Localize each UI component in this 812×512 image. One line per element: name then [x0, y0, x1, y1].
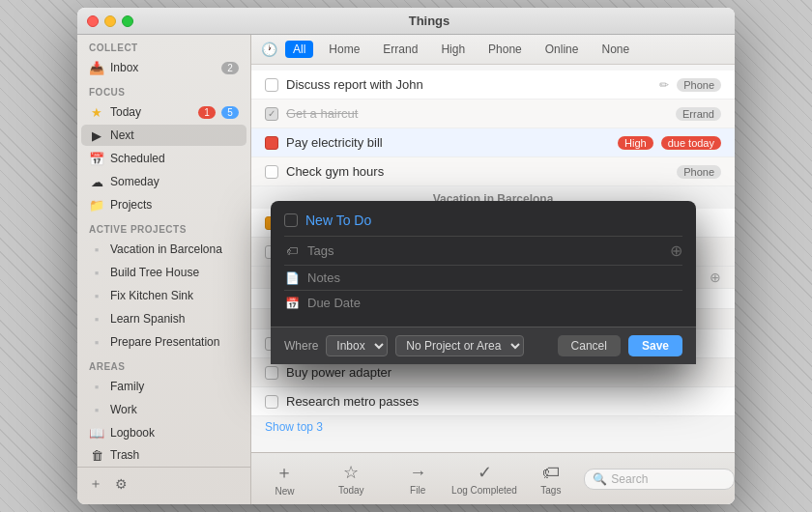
search-icon: 🔍 — [593, 472, 607, 486]
sidebar-item-logbook[interactable]: 📖 Logbook — [81, 422, 246, 443]
settings-button[interactable]: ⚙ — [110, 473, 131, 495]
maximize-button[interactable] — [122, 15, 133, 27]
sidebar-item-vacation[interactable]: ▪ Vacation in Barcelona — [81, 239, 246, 260]
show-more-link[interactable]: Show top 3 — [251, 416, 735, 438]
new-todo-overlay: 🏷 Tags ⊕ 📄 Notes 📅 Due Date Where Inbox … — [271, 201, 696, 364]
filter-all[interactable]: All — [285, 41, 313, 58]
table-row[interactable]: Research metro passes — [251, 387, 735, 416]
learn-spanish-label: Learn Spanish — [110, 312, 239, 326]
search-box[interactable]: 🔍 Search — [584, 469, 735, 490]
overlay-notes-icon: 📄 — [284, 271, 300, 285]
task-tag-high: High — [618, 136, 653, 150]
sidebar-item-scheduled[interactable]: 📅 Scheduled — [81, 148, 246, 169]
task-checkbox-9[interactable] — [265, 395, 278, 409]
task-label-3: Pay electricity bill — [286, 135, 610, 150]
task-label-2: Get a haircut — [286, 106, 668, 121]
sidebar-item-build-tree[interactable]: ▪ Build Tree House — [81, 262, 246, 283]
filter-online[interactable]: Online — [537, 41, 587, 58]
new-button[interactable]: ＋ New — [251, 459, 318, 498]
collect-section-label: COLLECT — [77, 35, 250, 56]
tags-toolbar-icon: 🏷 — [542, 463, 560, 483]
table-row[interactable]: Get a haircut Errand — [251, 100, 735, 128]
overlay-footer: Where Inbox No Project or Area Cancel Sa… — [271, 327, 696, 364]
sidebar-item-someday[interactable]: ☁ Someday — [81, 171, 246, 192]
new-label: New — [275, 486, 294, 497]
sidebar-item-family[interactable]: ▪ Family — [81, 376, 246, 397]
areas-section-label: AREAS — [77, 354, 250, 375]
overlay-title-row — [284, 213, 682, 228]
scheduled-label: Scheduled — [110, 152, 239, 165]
add-list-button[interactable]: ＋ — [85, 473, 106, 495]
window-title: Things — [133, 14, 725, 28]
filter-home[interactable]: Home — [321, 41, 367, 58]
overlay-date-icon: 📅 — [284, 297, 300, 310]
overlay-project-select[interactable]: No Project or Area — [395, 335, 524, 356]
vacation-label: Vacation in Barcelona — [110, 242, 239, 256]
overlay-save-button[interactable]: Save — [628, 335, 682, 356]
active-projects-label: ACTIVE PROJECTS — [77, 216, 250, 238]
sidebar-bottom: 📖 Logbook 🗑 Trash ＋ ⚙ — [77, 421, 250, 504]
next-label: Next — [110, 128, 239, 142]
task-checkbox-2[interactable] — [265, 107, 278, 121]
sidebar-item-fix-kitchen[interactable]: ▪ Fix Kitchen Sink — [81, 285, 246, 306]
inbox-label: Inbox — [110, 61, 216, 74]
trash-icon: 🗑 — [89, 447, 104, 463]
task-checkbox-8[interactable] — [265, 366, 278, 380]
log-completed-button[interactable]: ✓ Log Completed — [451, 460, 518, 498]
today-icon: ★ — [89, 104, 104, 120]
overlay-tags-icon: 🏷 — [284, 244, 300, 258]
filter-phone[interactable]: Phone — [480, 41, 530, 58]
sidebar-item-today[interactable]: ★ Today 1 5 — [81, 101, 246, 123]
new-todo-input[interactable] — [305, 213, 682, 228]
sidebar-item-next[interactable]: ▶ Next — [81, 125, 246, 146]
overlay-notes-row: 📄 Notes — [284, 265, 682, 290]
task-checkbox-3[interactable] — [265, 136, 278, 150]
close-button[interactable] — [87, 15, 99, 27]
task-tag-4: Phone — [677, 165, 721, 179]
overlay-cancel-button[interactable]: Cancel — [558, 335, 621, 356]
task-tag-1: Phone — [677, 78, 721, 92]
today-button[interactable]: ☆ Today — [318, 460, 385, 498]
add-tag-button[interactable]: ⊕ — [710, 270, 721, 285]
minimize-button[interactable] — [104, 15, 116, 27]
file-button[interactable]: → File — [385, 461, 451, 498]
task-label-4: Check gym hours — [286, 164, 669, 179]
task-checkbox-4[interactable] — [265, 165, 278, 179]
table-row[interactable]: Pay electricity bill High due today — [251, 128, 735, 157]
sidebar-item-prepare-pres[interactable]: ▪ Prepare Presentation — [81, 331, 246, 353]
overlay-todo-checkbox[interactable] — [284, 213, 298, 227]
overlay-where-label: Where — [284, 339, 318, 353]
overlay-notes-label: Notes — [307, 270, 682, 285]
filter-none[interactable]: None — [594, 41, 637, 58]
overlay-add-tag-button[interactable]: ⊕ — [670, 242, 682, 260]
focus-section-label: FOCUS — [77, 79, 250, 100]
tags-toolbar-label: Tags — [540, 485, 561, 496]
filter-errand[interactable]: Errand — [375, 41, 425, 58]
table-row[interactable]: Discuss report with John ✏ Phone — [251, 71, 735, 100]
sidebar-item-learn-spanish[interactable]: ▪ Learn Spanish — [81, 308, 246, 329]
filter-high[interactable]: High — [433, 41, 473, 58]
learn-spanish-icon: ▪ — [89, 311, 104, 327]
task-label-9: Research metro passes — [286, 394, 721, 409]
table-row[interactable]: Check gym hours Phone — [251, 157, 735, 186]
tags-button[interactable]: 🏷 Tags — [517, 461, 584, 498]
search-placeholder: Search — [611, 472, 648, 486]
sidebar-item-trash[interactable]: 🗑 Trash — [81, 444, 246, 466]
log-icon: ✓ — [478, 462, 492, 483]
task-label-8: Buy power adapter — [286, 365, 721, 380]
sidebar: COLLECT 📥 Inbox 2 FOCUS ★ Today 1 5 ▶ Ne… — [77, 35, 251, 504]
task-checkbox-1[interactable] — [265, 78, 278, 92]
clock-icon: 🕐 — [261, 42, 277, 57]
sidebar-item-inbox[interactable]: 📥 Inbox 2 — [81, 57, 246, 78]
build-tree-label: Build Tree House — [110, 266, 239, 279]
sidebar-item-work[interactable]: ▪ Work — [81, 399, 246, 420]
overlay-inbox-select[interactable]: Inbox — [326, 335, 388, 356]
traffic-lights — [87, 15, 133, 27]
projects-label: Projects — [110, 198, 239, 212]
sidebar-item-projects[interactable]: 📁 Projects — [81, 194, 246, 215]
trash-label: Trash — [110, 448, 239, 462]
logbook-icon: 📖 — [89, 425, 104, 441]
bottom-toolbar: ＋ New ☆ Today → File ✓ Log Completed 🏷 — [251, 452, 735, 504]
fix-kitchen-icon: ▪ — [89, 288, 104, 303]
projects-icon: 📁 — [89, 197, 104, 213]
